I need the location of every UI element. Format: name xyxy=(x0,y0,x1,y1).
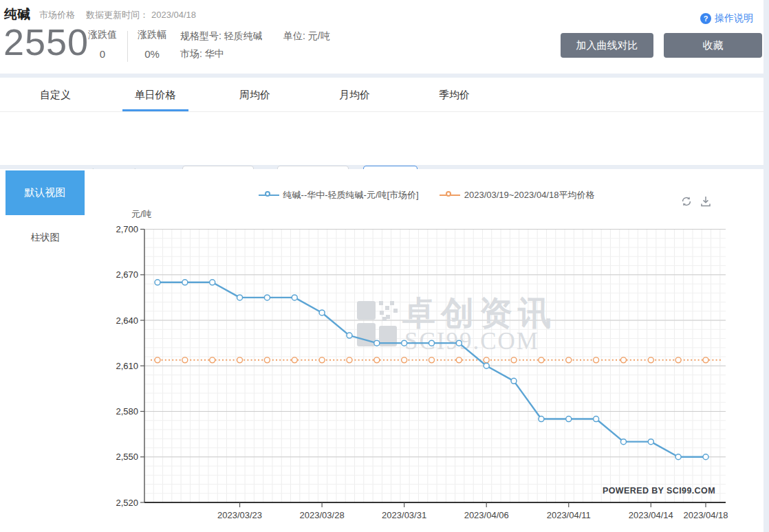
add-curve-compare-button[interactable]: 加入曲线对比 xyxy=(561,33,653,58)
average-line xyxy=(151,357,722,363)
legend-item-average[interactable]: 2023/03/19~2023/04/18平均价格 xyxy=(440,189,595,201)
svg-text:2023/03/28: 2023/03/28 xyxy=(300,510,345,520)
unit-label: 单位: 元/吨 xyxy=(283,30,330,43)
tab-custom[interactable]: 自定义 xyxy=(6,78,105,111)
chart-legend: 纯碱--华中-轻质纯碱-元/吨[市场价] 2023/03/19~2023/04/… xyxy=(89,189,763,201)
y-axis-unit: 元/吨 xyxy=(131,208,152,221)
legend-label-average: 2023/03/19~2023/04/18平均价格 xyxy=(464,189,595,201)
page: 纯碱 市场价格 数据更新时间：2023/04/18 ? 操作说明 2550 涨跌… xyxy=(0,0,769,532)
spec-label: 规格型号: 轻质纯碱 xyxy=(180,30,263,43)
update-time-value: 2023/04/18 xyxy=(151,10,196,20)
watermark: 卓创资讯SCI99.COM xyxy=(357,295,556,355)
help-link[interactable]: ? 操作说明 xyxy=(700,12,753,25)
refresh-icon[interactable] xyxy=(680,195,693,208)
grid xyxy=(144,230,726,503)
tab-weekly-average[interactable]: 周均价 xyxy=(205,78,305,111)
svg-text:2,640: 2,640 xyxy=(116,315,138,326)
favorite-button[interactable]: 收藏 xyxy=(664,33,762,58)
svg-text:SCI99.COM: SCI99.COM xyxy=(404,328,539,355)
change-value: 0 xyxy=(88,48,117,60)
change-value-label: 涨跌值 xyxy=(88,29,117,41)
help-label: 操作说明 xyxy=(715,12,753,25)
chart-card: 卓创资讯SCI99.COM2,5202,5502,5802,6102,6402,… xyxy=(0,169,763,532)
svg-text:2,550: 2,550 xyxy=(116,452,138,462)
line-circle-marker-icon xyxy=(440,191,460,199)
legend-label-price-series: 纯碱--华中-轻质纯碱-元/吨[市场价] xyxy=(283,189,419,201)
svg-text:卓创资讯: 卓创资讯 xyxy=(402,295,556,331)
svg-text:2,520: 2,520 xyxy=(116,498,138,508)
svg-text:2023/04/06: 2023/04/06 xyxy=(464,510,509,520)
sidebar-item-bar-chart[interactable]: 柱状图 xyxy=(6,222,85,253)
divider xyxy=(127,31,128,62)
tab-monthly-average[interactable]: 月均价 xyxy=(305,78,404,111)
sidebar-item-default-view[interactable]: 默认视图 xyxy=(6,170,85,215)
page-subtitle: 市场价格 xyxy=(39,9,75,21)
x-axis: 2023/03/232023/03/282023/03/312023/04/06… xyxy=(144,502,728,520)
update-time-label: 数据更新时间： xyxy=(86,10,149,20)
svg-text:2,670: 2,670 xyxy=(116,269,138,280)
svg-text:2,580: 2,580 xyxy=(116,406,138,417)
question-circle-icon: ? xyxy=(700,13,711,24)
y-axis: 2,5202,5502,5802,6102,6402,6702,700 xyxy=(116,224,144,508)
svg-text:2023/04/14: 2023/04/14 xyxy=(629,510,673,520)
tab-bar: 自定义 单日价格 周均价 月均价 季均价 xyxy=(0,78,763,112)
tab-quarterly-average[interactable]: 季均价 xyxy=(404,78,504,111)
line-circle-marker-icon xyxy=(259,191,279,199)
svg-text:2023/03/23: 2023/03/23 xyxy=(217,510,262,520)
download-icon[interactable] xyxy=(699,195,713,208)
svg-text:2023/04/11: 2023/04/11 xyxy=(547,510,591,520)
current-price: 2550 xyxy=(3,21,89,63)
update-time: 数据更新时间：2023/04/18 xyxy=(86,9,199,21)
filter-row: 时间周期 1个月 3个月 1年 2023/03/19 xyxy=(0,112,763,165)
tab-daily-price[interactable]: 单日价格 xyxy=(105,78,205,111)
market-label: 市场: 华中 xyxy=(180,48,224,60)
powered-by-label: POWERED BY SCI99.COM xyxy=(603,486,715,496)
svg-text:2,610: 2,610 xyxy=(116,361,138,371)
price-chart[interactable]: 卓创资讯SCI99.COM2,5202,5502,5802,6102,6402,… xyxy=(0,169,763,532)
svg-text:2023/04/18: 2023/04/18 xyxy=(683,510,728,520)
svg-text:2,700: 2,700 xyxy=(116,224,138,234)
header-card: 纯碱 市场价格 数据更新时间：2023/04/18 ? 操作说明 2550 涨跌… xyxy=(0,0,763,74)
tabs-card: 自定义 单日价格 周均价 月均价 季均价 时间周期 1个月 3个月 1年 202… xyxy=(0,78,763,165)
legend-item-price-series[interactable]: 纯碱--华中-轻质纯碱-元/吨[市场价] xyxy=(259,189,419,201)
svg-text:2023/03/31: 2023/03/31 xyxy=(382,510,426,520)
change-pct-label: 涨跌幅 xyxy=(138,29,166,41)
change-pct: 0% xyxy=(138,48,166,60)
